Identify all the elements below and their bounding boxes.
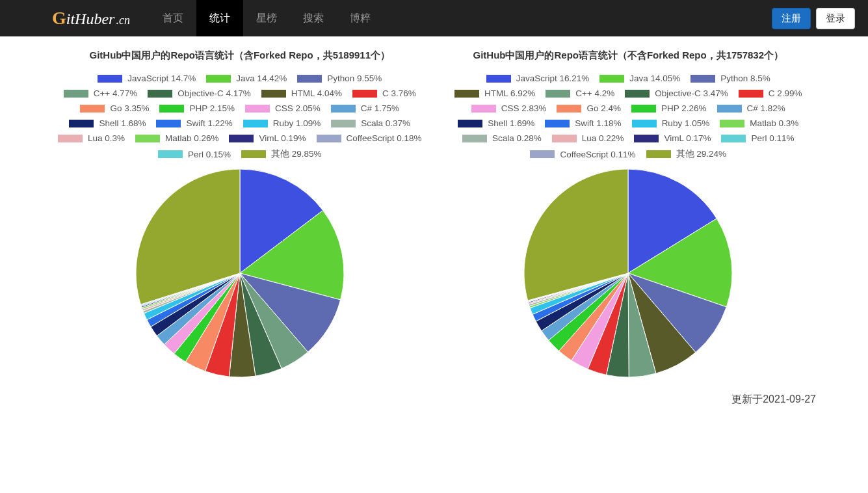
legend-label: Perl 0.15% — [188, 150, 231, 159]
legend-item[interactable]: Matlab 0.26% — [135, 133, 219, 143]
nav-item-2[interactable]: 星榜 — [243, 0, 290, 36]
chart-panel-0: GitHub中国用户的Repo语言统计（含Forked Repo，共518991… — [52, 49, 428, 377]
legend-label: C# 1.75% — [361, 103, 399, 113]
legend-item[interactable]: Lua 0.3% — [58, 133, 125, 143]
legend-swatch — [158, 150, 183, 158]
legend-item[interactable]: VimL 0.17% — [634, 133, 711, 143]
legend-item[interactable]: JavaScript 14.7% — [98, 73, 196, 83]
legend-item[interactable]: C# 1.82% — [717, 103, 785, 113]
legend-swatch — [462, 135, 487, 142]
legend-swatch — [634, 135, 659, 142]
legend-swatch — [156, 120, 181, 127]
legend-item[interactable]: Scala 0.28% — [462, 133, 542, 143]
legend-item[interactable]: Python 9.55% — [297, 73, 382, 83]
legend-item[interactable]: C 2.99% — [739, 88, 802, 98]
legend-label: Ruby 1.09% — [273, 118, 321, 128]
legend-swatch — [690, 75, 715, 83]
legend-swatch — [69, 120, 94, 127]
legend-item[interactable]: Go 3.35% — [80, 103, 149, 113]
legend-swatch — [471, 105, 496, 113]
legend-swatch — [599, 75, 624, 83]
legend-swatch — [557, 105, 581, 113]
legend-item[interactable]: PHP 2.26% — [631, 103, 707, 113]
legend-item[interactable]: Java 14.42% — [206, 73, 287, 83]
nav-item-3[interactable]: 搜索 — [290, 0, 337, 36]
chart-title: GitHub中国用户的Repo语言统计（不含Forked Repo，共17578… — [441, 49, 817, 62]
brand-logo[interactable]: G itHuber.cn — [52, 8, 130, 29]
legend-swatch — [625, 90, 650, 98]
legend-label: Perl 0.11% — [751, 133, 794, 143]
legend-item[interactable]: Java 14.05% — [599, 73, 680, 83]
legend-label: C 3.76% — [382, 88, 416, 98]
legend-swatch — [545, 120, 570, 127]
legend-item[interactable]: C++ 4.77% — [64, 88, 138, 98]
legend-label: JavaScript 14.7% — [127, 73, 196, 83]
legend-label: PHP 2.26% — [661, 103, 707, 113]
legend-swatch — [317, 135, 341, 142]
legend-label: PHP 2.15% — [189, 103, 235, 113]
legend-swatch — [159, 105, 184, 113]
legend-swatch — [331, 120, 356, 127]
legend-item[interactable]: Shell 1.69% — [458, 118, 534, 128]
legend-item[interactable]: Ruby 1.05% — [632, 118, 710, 128]
legend-label: C++ 4.77% — [94, 88, 138, 98]
login-button[interactable]: 登录 — [816, 8, 855, 29]
legend-label: 其他 29.24% — [676, 148, 727, 160]
legend-swatch — [720, 120, 744, 127]
legend-item[interactable]: PHP 2.15% — [159, 103, 235, 113]
footer-updated: 更新于2021-09-27 — [0, 390, 868, 426]
legend-label: Java 14.05% — [629, 73, 680, 83]
legend-label: CSS 2.83% — [501, 103, 547, 113]
content: GitHub中国用户的Repo语言统计（含Forked Repo，共518991… — [0, 36, 868, 390]
legend-swatch — [331, 105, 356, 113]
legend-item[interactable]: Perl 0.11% — [721, 133, 794, 143]
legend-label: C 2.99% — [769, 88, 802, 98]
legend-item[interactable]: CSS 2.05% — [245, 103, 321, 113]
nav-items: 首页统计星榜搜索博粹 — [150, 0, 772, 36]
legend-item[interactable]: Perl 0.15% — [158, 148, 231, 160]
legend-item[interactable]: Objective-C 3.47% — [625, 88, 728, 98]
legend-item[interactable]: Ruby 1.09% — [243, 118, 321, 128]
legend-item[interactable]: Objective-C 4.17% — [148, 88, 251, 98]
legend-item[interactable]: CSS 2.83% — [471, 103, 547, 113]
legend-item[interactable]: HTML 4.04% — [261, 88, 342, 98]
legend-item[interactable]: Python 8.5% — [690, 73, 770, 83]
legend-item[interactable]: Shell 1.68% — [69, 118, 146, 128]
legend-item[interactable]: Swift 1.18% — [545, 118, 621, 128]
register-button[interactable]: 注册 — [772, 8, 811, 29]
legend-item[interactable]: Lua 0.22% — [552, 133, 624, 143]
nav-right: 注册 登录 — [772, 8, 855, 29]
pie-chart — [441, 169, 817, 377]
legend-swatch — [148, 90, 172, 98]
legend-label: HTML 4.04% — [291, 88, 342, 98]
legend-item[interactable]: C++ 4.2% — [546, 88, 614, 98]
legend-item[interactable]: 其他 29.24% — [646, 148, 727, 160]
legend-item[interactable]: Scala 0.37% — [331, 118, 410, 128]
legend-label: Ruby 1.05% — [662, 118, 710, 128]
legend-item[interactable]: Matlab 0.3% — [720, 118, 798, 128]
legend-label: Python 8.5% — [720, 73, 770, 83]
legend-item[interactable]: 其他 29.85% — [241, 148, 322, 160]
legend-item[interactable]: Swift 1.22% — [156, 118, 232, 128]
legend-item[interactable]: JavaScript 16.21% — [486, 73, 590, 83]
legend-swatch — [229, 135, 254, 142]
nav-item-4[interactable]: 博粹 — [337, 0, 384, 36]
legend-item[interactable]: CoffeeScript 0.11% — [530, 148, 635, 160]
legend-swatch — [352, 90, 377, 98]
nav-item-1[interactable]: 统计 — [196, 0, 243, 36]
brand-g: G — [52, 8, 66, 29]
nav-item-0[interactable]: 首页 — [150, 0, 196, 36]
legend-swatch — [80, 105, 105, 113]
legend-item[interactable]: C 3.76% — [352, 88, 416, 98]
top-nav: G itHuber.cn 首页统计星榜搜索博粹 注册 登录 — [0, 0, 868, 36]
legend-label: HTML 6.92% — [484, 88, 535, 98]
legend-swatch — [245, 105, 270, 113]
legend-item[interactable]: Go 2.4% — [557, 103, 621, 113]
legend-swatch — [206, 75, 231, 83]
legend-item[interactable]: HTML 6.92% — [454, 88, 535, 98]
legend-label: Swift 1.22% — [186, 118, 232, 128]
legend-item[interactable]: VimL 0.19% — [229, 133, 306, 143]
legend-item[interactable]: C# 1.75% — [331, 103, 399, 113]
legend-item[interactable]: CoffeeScript 0.18% — [317, 133, 422, 143]
legend-label: Go 3.35% — [110, 103, 149, 113]
